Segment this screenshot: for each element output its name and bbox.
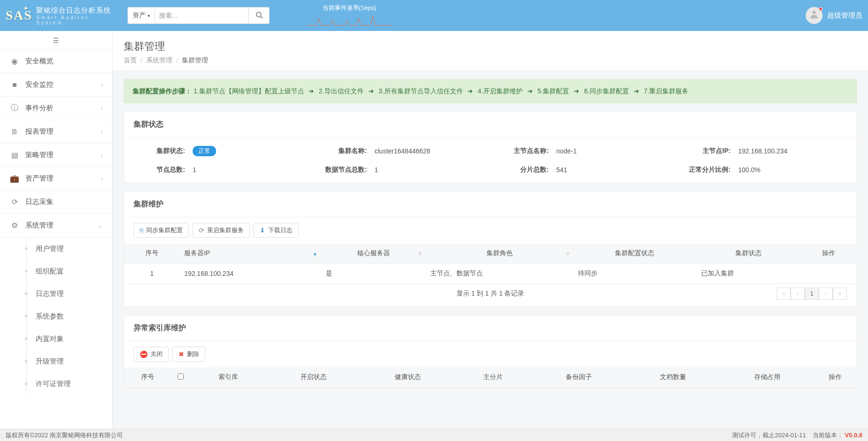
col-storage[interactable]: 存储占用	[720, 367, 814, 388]
sidebar-sub-upgrade[interactable]: 升级管理	[26, 350, 112, 373]
top-header: SAS✦ 聚铭综合日志分析系统 Smart Auditor System 资产 …	[0, 0, 868, 31]
notification-dot	[819, 7, 823, 11]
footer-right: 测试许可，截止2024-01-11 当前版本： V5.0.8	[732, 431, 862, 440]
col-cfg[interactable]: 集群配置状态	[573, 243, 696, 264]
sidebar-sub-user[interactable]: 用户管理	[26, 237, 112, 260]
sidebar-item-system[interactable]: ⚙ 系统管理 ⌄	[0, 214, 112, 237]
sort-asc-icon: ▲	[313, 251, 317, 256]
refresh-icon: ⟳	[9, 198, 20, 206]
col-replica[interactable]: 备份因子	[531, 367, 626, 388]
breadcrumb-home[interactable]: 首页	[124, 56, 137, 65]
col-core[interactable]: 核心服务器 ⇵	[321, 243, 426, 264]
col-open[interactable]: 开启状态	[267, 367, 361, 388]
panel-title: 集群维护	[134, 199, 847, 209]
svg-line-1	[261, 16, 262, 18]
search-group: 资产 ▾	[127, 7, 269, 24]
status-item: 正常分片比例:100.0%	[679, 166, 847, 174]
restart-service-button[interactable]: ⟳ 重启集群服务	[193, 223, 250, 238]
dashboard-icon: ◉	[9, 57, 20, 66]
gear-icon: ⚙	[9, 221, 20, 230]
status-label: 主节点名称:	[497, 147, 549, 155]
alert-step: 4.开启集群维护	[478, 87, 523, 95]
page-header: 集群管理 首页 / 系统管理 / 集群管理	[112, 31, 868, 71]
col-primary[interactable]: 主分片	[455, 367, 532, 388]
close-button[interactable]: ⛔ 关闭	[134, 347, 169, 362]
col-seq[interactable]: 序号	[124, 367, 171, 388]
arrow-right-icon: ➜	[525, 87, 535, 95]
col-op[interactable]: 操作	[814, 367, 856, 388]
caret-down-icon: ▾	[148, 13, 150, 18]
breadcrumb: 首页 / 系统管理 / 集群管理	[124, 56, 857, 65]
footer-copyright: 版权所有©2022 南京聚铭网络科技有限公司	[6, 431, 123, 440]
btn-label: 同步集群配置	[146, 226, 183, 235]
info-icon: ⓘ	[9, 103, 20, 113]
sync-config-button[interactable]: ⎘ 同步集群配置	[134, 223, 189, 238]
username: 超级管理员	[827, 11, 862, 20]
arrow-right-icon: ➜	[466, 87, 475, 95]
sidebar-item-label: 日志采集	[25, 198, 103, 206]
page-first-button[interactable]: «	[777, 288, 791, 300]
panel-header: 异常索引库维护	[124, 316, 856, 341]
close-icon: ⛔	[140, 350, 148, 358]
download-log-button[interactable]: ⬇ 下载日志	[254, 223, 299, 238]
sidebar-item-policy[interactable]: ▤ 策略管理 ›	[0, 144, 112, 167]
sidebar-sub-org[interactable]: 组织配置	[26, 260, 112, 282]
sidebar: ☰ ◉ 安全概览 ■ 安全监控 › ⓘ 事件分析 › 🗎 报表管理 › ▤ 策略…	[0, 31, 112, 429]
sidebar-item-monitor[interactable]: ■ 安全监控 ›	[0, 73, 112, 97]
col-seq[interactable]: 序号	[124, 243, 180, 264]
status-value: 正常	[193, 146, 216, 156]
search-input[interactable]	[155, 7, 249, 24]
sidebar-sub-license[interactable]: 许可证管理	[26, 373, 112, 395]
sidebar-sub-log[interactable]: 日志管理	[26, 282, 112, 305]
col-role[interactable]: 集群角色 ⇵	[426, 243, 573, 264]
page-next-button[interactable]: ›	[819, 288, 833, 300]
footer-license: 测试许可，截止2024-01-11	[732, 431, 806, 440]
col-label: 集群角色	[486, 249, 513, 257]
table-row[interactable]: 1 192.168.100.234 是 主节点、数据节点 待同步 已加入集群	[124, 264, 856, 284]
delete-button[interactable]: ✖ 删除	[172, 347, 205, 362]
page-number-button[interactable]: 1	[805, 288, 819, 300]
sidebar-item-log[interactable]: ⟳ 日志采集	[0, 190, 112, 214]
footer-version-label: 当前版本：	[813, 432, 843, 439]
page-prev-button[interactable]: ‹	[791, 288, 805, 300]
cell-op	[801, 264, 856, 284]
alert-step: 1.集群节点【网络管理】配置上级节点	[194, 87, 304, 95]
search-button[interactable]	[249, 7, 269, 24]
sidebar-item-asset[interactable]: 💼 资产管理 ›	[0, 167, 112, 190]
video-icon: ■	[9, 81, 20, 89]
breadcrumb-section[interactable]: 系统管理	[146, 56, 172, 65]
col-status[interactable]: 集群状态	[696, 243, 801, 264]
page-last-button[interactable]: »	[833, 288, 847, 300]
sidebar-item-report[interactable]: 🗎 报表管理 ›	[0, 120, 112, 144]
user-area[interactable]: 超级管理员	[806, 7, 862, 24]
sidebar-item-event[interactable]: ⓘ 事件分析 ›	[0, 97, 112, 120]
col-op[interactable]: 操作	[801, 243, 856, 264]
logo-area: SAS✦ 聚铭综合日志分析系统 Smart Auditor System	[6, 6, 118, 25]
status-label: 集群名称:	[315, 147, 367, 155]
col-ip[interactable]: 服务器IP ▲	[180, 243, 321, 264]
sort-icon: ⇵	[566, 251, 569, 256]
panel-index-maint: 异常索引库维护 ⛔ 关闭 ✖ 删除 序号	[124, 315, 857, 388]
page-title: 集群管理	[124, 39, 857, 53]
col-index[interactable]: 索引库	[190, 367, 267, 388]
status-item: 主节点IP:192.168.100.234	[679, 146, 847, 156]
sidebar-sub-param[interactable]: 系统参数	[26, 305, 112, 327]
cell-core: 是	[321, 264, 426, 284]
status-label: 数据节点总数:	[315, 166, 367, 174]
event-rate-label: 当前事件速率(1eps)	[307, 4, 391, 12]
restart-icon: ⟳	[199, 227, 204, 234]
chevron-down-icon: ⌄	[98, 222, 103, 229]
delete-icon: ✖	[179, 350, 184, 358]
select-all-checkbox[interactable]	[178, 373, 184, 380]
sidebar-item-label: 安全监控	[25, 80, 101, 89]
col-health[interactable]: 健康状态	[361, 367, 455, 388]
sidebar-sub-builtin[interactable]: 内置对象	[26, 327, 112, 350]
asset-dropdown[interactable]: 资产 ▾	[127, 7, 155, 24]
sidebar-item-overview[interactable]: ◉ 安全概览	[0, 50, 112, 73]
alert-step: 3.所有集群节点导入信任文件	[379, 87, 463, 95]
sidebar-toggle[interactable]: ☰	[0, 31, 112, 50]
logo-subtitle: 聚铭综合日志分析系统 Smart Auditor System	[36, 6, 118, 25]
maint-table: 序号 服务器IP ▲ 核心服务器 ⇵ 集群角色 ⇵	[124, 243, 856, 284]
status-value: 1	[193, 166, 196, 174]
col-docs[interactable]: 文档数量	[626, 367, 720, 388]
